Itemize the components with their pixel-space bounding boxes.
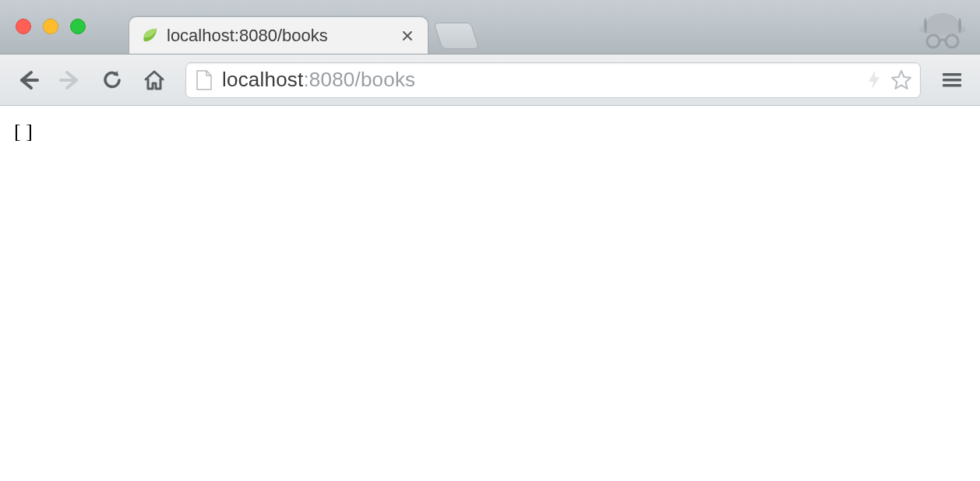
svg-point-1 — [958, 18, 961, 33]
forward-button[interactable] — [53, 63, 87, 97]
omnibox-actions — [865, 69, 912, 91]
window-zoom-button[interactable] — [70, 19, 86, 34]
incognito-icon — [915, 6, 971, 51]
response-body: [ ] — [14, 120, 33, 142]
svg-rect-4 — [943, 73, 961, 76]
tab-strip: localhost:8080/books — [129, 0, 475, 54]
tab-active[interactable]: localhost:8080/books — [129, 16, 428, 54]
svg-rect-5 — [943, 79, 961, 82]
window-minimize-button[interactable] — [43, 19, 58, 34]
bolt-icon — [865, 69, 883, 91]
file-icon — [194, 70, 214, 90]
page-content: [ ] — [0, 106, 980, 481]
tab-close-button[interactable] — [398, 26, 417, 45]
url-host: localhost — [222, 68, 303, 91]
svg-point-0 — [924, 18, 927, 33]
svg-point-2 — [927, 35, 939, 47]
new-tab-button[interactable] — [433, 23, 479, 49]
menu-button[interactable] — [935, 63, 969, 97]
url-path: :8080/books — [303, 68, 415, 91]
titlebar: localhost:8080/books — [0, 0, 980, 54]
reload-button[interactable] — [95, 63, 129, 97]
address-bar[interactable]: localhost:8080/books — [185, 62, 921, 98]
window-controls — [16, 19, 86, 34]
svg-rect-6 — [943, 84, 961, 87]
toolbar: localhost:8080/books — [0, 54, 980, 106]
tab-title: localhost:8080/books — [167, 26, 390, 46]
spring-leaf-icon — [140, 26, 159, 45]
back-button[interactable] — [11, 63, 45, 97]
svg-point-3 — [946, 35, 958, 47]
home-button[interactable] — [137, 63, 171, 97]
window-close-button[interactable] — [16, 19, 31, 34]
bookmark-star-button[interactable] — [890, 69, 912, 91]
url-text: localhost:8080/books — [222, 68, 415, 92]
